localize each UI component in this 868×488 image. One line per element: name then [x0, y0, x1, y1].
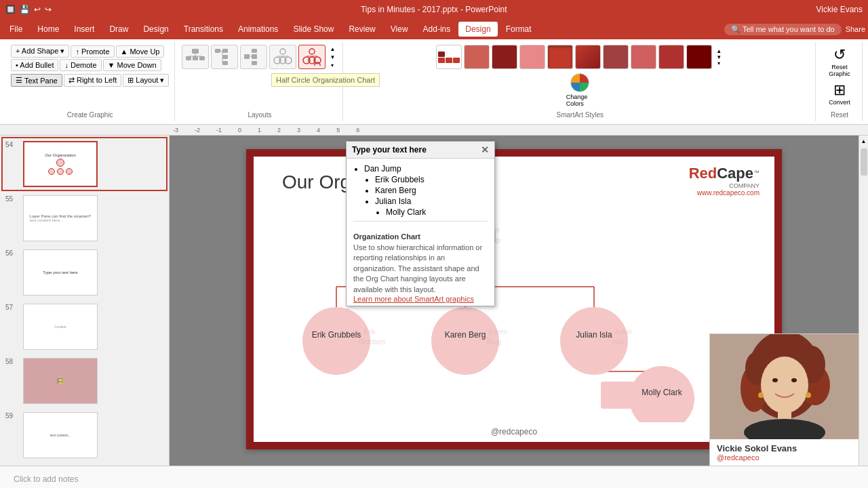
- layout-2[interactable]: [211, 45, 238, 69]
- layout-1[interactable]: [182, 45, 209, 69]
- layout-5-active[interactable]: [298, 45, 326, 69]
- smartart-style-1[interactable]: [436, 45, 462, 69]
- svg-point-68: [758, 392, 764, 398]
- slide-thumb-60[interactable]: 60: [3, 464, 166, 466]
- svg-text:Erik: Erik: [363, 328, 376, 336]
- slide-img-57: Content: [23, 304, 98, 350]
- svg-text:Erik Grubbels: Erik Grubbels: [312, 330, 361, 340]
- styles-scroll-down[interactable]: ▼: [714, 54, 724, 60]
- menu-insert[interactable]: Insert: [67, 22, 101, 37]
- text-pane-button[interactable]: ☰ Text Pane: [11, 74, 62, 87]
- menu-draw[interactable]: Draw: [102, 22, 135, 37]
- slide-thumb-57[interactable]: 57 Content: [3, 301, 166, 352]
- layouts-expand[interactable]: ▾: [328, 62, 337, 68]
- slide-canvas[interactable]: Our Organization RedCape™ COMPANY www.re…: [246, 149, 782, 449]
- change-colors-button[interactable]: Change Colors: [565, 72, 595, 108]
- layout-tooltip: Half Circle Organization Chart: [271, 73, 380, 87]
- layouts-label: Layouts: [248, 108, 271, 119]
- svg-point-63: [761, 357, 808, 413]
- menu-transitions[interactable]: Transitions: [177, 22, 230, 37]
- ribbon-content: + Add Shape ▾ ↑ Promote ▲ Move Up • Add …: [0, 39, 868, 124]
- text-item-karen[interactable]: Karen Berg: [375, 186, 488, 195]
- demote-button[interactable]: ↓ Demote: [60, 59, 101, 71]
- menu-file[interactable]: File: [3, 22, 29, 37]
- menu-animations[interactable]: Animations: [231, 22, 285, 37]
- menu-home[interactable]: Home: [31, 22, 66, 37]
- svg-text:Julian Isla: Julian Isla: [576, 330, 612, 340]
- svg-text:Julian: Julian: [614, 328, 632, 336]
- smartart-style-4[interactable]: [519, 45, 545, 69]
- svg-text:Berg: Berg: [487, 338, 501, 346]
- menu-smartart-design[interactable]: Design: [458, 22, 497, 37]
- slide-panel[interactable]: 54 Our Organization 55: [0, 136, 170, 466]
- menu-addins[interactable]: Add-ins: [416, 22, 458, 37]
- add-bullet-button[interactable]: • Add Bullet: [11, 59, 58, 71]
- smartart-style-9[interactable]: [658, 45, 684, 69]
- quick-access-save[interactable]: 💾: [20, 5, 30, 14]
- quick-access-redo[interactable]: ↪: [45, 5, 52, 14]
- text-item-molly[interactable]: Molly Clark: [386, 207, 488, 217]
- smartart-style-3[interactable]: [492, 45, 517, 69]
- promote-button[interactable]: ↑ Promote: [71, 45, 114, 58]
- svg-text:Karen: Karen: [489, 328, 507, 336]
- slide-num-57: 57: [5, 304, 19, 311]
- ruler-horizontal: -3-2-10123456 Half Circle Organization C…: [0, 125, 868, 136]
- text-item-dan[interactable]: Dan Jump: [364, 164, 488, 174]
- styles-scroll-up[interactable]: ▲: [714, 48, 724, 54]
- scroll-thumb[interactable]: [861, 148, 867, 176]
- layouts-scroll-up[interactable]: ▲: [328, 46, 337, 52]
- text-pane-info-link[interactable]: Learn more about SmartArt graphics: [353, 295, 474, 303]
- layout-3[interactable]: [240, 45, 267, 69]
- move-down-button[interactable]: ▼ Move Down: [103, 59, 161, 71]
- layouts-scroll-down[interactable]: ▼: [328, 54, 337, 60]
- smartart-style-10[interactable]: [686, 45, 712, 69]
- text-pane-body: Dan Jump Erik Grubbels Karen Berg Julian…: [347, 159, 494, 230]
- styles-expand[interactable]: ▾: [714, 60, 724, 66]
- text-pane-header[interactable]: Type your text here ✕: [347, 142, 494, 159]
- title-bar-left: 🔲 💾 ↩ ↪: [5, 5, 52, 14]
- slide-thumb-54[interactable]: 54 Our Organization: [3, 138, 166, 190]
- slide-num-58: 58: [5, 358, 19, 365]
- slide-thumb-58[interactable]: 58 🖼️: [3, 355, 166, 407]
- smartart-style-5[interactable]: [547, 45, 573, 69]
- right-to-left-button[interactable]: ⇄ Right to Left: [64, 74, 121, 87]
- smartart-style-8[interactable]: [631, 45, 656, 69]
- smartart-style-7[interactable]: [603, 45, 629, 69]
- svg-point-69: [806, 392, 811, 398]
- slide-thumb-56[interactable]: 56 Type your text here: [3, 247, 166, 298]
- menu-slideshow[interactable]: Slide Show: [286, 22, 340, 37]
- quick-access-undo[interactable]: ↩: [34, 5, 41, 14]
- reset-buttons: ↺ Reset Graphic ⊞ Convert: [823, 45, 856, 107]
- slide-thumb-55[interactable]: 55 Layer Pane can find the smartart?text…: [3, 192, 166, 244]
- svg-rect-4: [193, 56, 198, 60]
- add-shape-button[interactable]: + Add Shape ▾: [11, 45, 69, 58]
- menu-format[interactable]: Format: [499, 22, 538, 37]
- canvas-area[interactable]: Our Organization RedCape™ COMPANY www.re…: [170, 136, 859, 466]
- org-chart[interactable]: Dan Jump Dan Jump Erik Grubbels Erik Gru…: [269, 199, 760, 434]
- menu-review[interactable]: Review: [342, 22, 382, 37]
- convert-button[interactable]: ⊞ Convert: [823, 80, 856, 107]
- presenter-name: Vickie Sokol Evans: [717, 443, 852, 453]
- text-pane-info: Organization Chart Use to show hierarchi…: [347, 230, 494, 306]
- move-up-button[interactable]: ▲ Move Up: [116, 45, 165, 58]
- text-pane-close-button[interactable]: ✕: [481, 144, 489, 155]
- reset-icon: ↺: [833, 46, 846, 64]
- reset-graphic-button[interactable]: ↺ Reset Graphic: [823, 45, 856, 79]
- scroll-up-btn[interactable]: ▲: [861, 138, 867, 144]
- share-button[interactable]: Share: [846, 25, 865, 33]
- notes-area[interactable]: Click to add notes: [0, 466, 868, 488]
- svg-text:Karen Berg: Karen Berg: [445, 330, 486, 340]
- layout-4[interactable]: [269, 45, 296, 69]
- layout-button[interactable]: ⊞ Layout ▾: [123, 74, 169, 87]
- smartart-style-2[interactable]: [464, 45, 490, 69]
- slide-thumb-59[interactable]: 59 text content...: [3, 409, 166, 461]
- text-item-julian[interactable]: Julian Isla: [375, 197, 488, 206]
- smartart-style-6[interactable]: [575, 45, 601, 69]
- menu-design[interactable]: Design: [136, 22, 175, 37]
- slide-border-top: [248, 151, 780, 157]
- user-name: Vickie Evans: [816, 5, 863, 14]
- menu-view[interactable]: View: [384, 22, 415, 37]
- text-item-erik[interactable]: Erik Grubbels: [375, 175, 488, 184]
- vertical-scrollbar[interactable]: ▲: [859, 136, 868, 466]
- tell-me-input[interactable]: 🔍 Tell me what you want to do: [724, 24, 842, 35]
